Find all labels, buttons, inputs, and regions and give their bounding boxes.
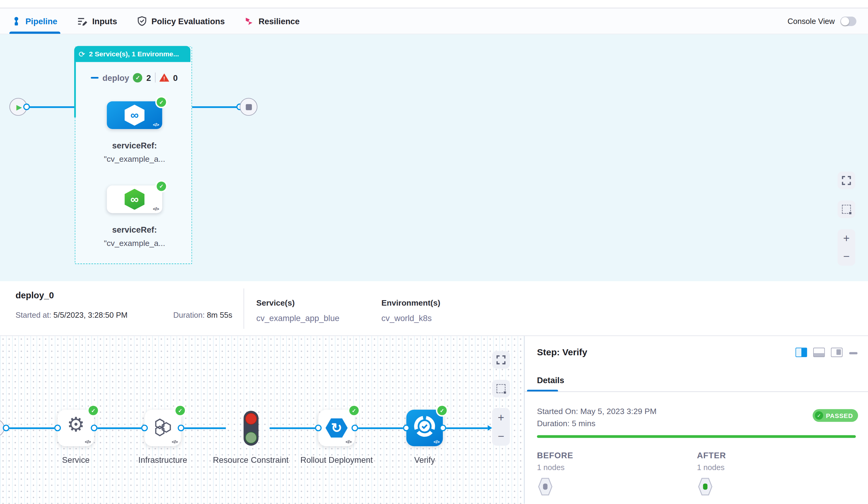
minimize-panel-button[interactable] [849, 352, 857, 354]
rollout-deployment-icon: ↻ [326, 418, 348, 438]
stage-name: deploy [102, 73, 129, 82]
step-graph-canvas[interactable]: ▶ ⚙ </> ✓ Service </> ✓ [0, 336, 525, 504]
tab-resilience-label: Resilience [259, 16, 300, 26]
tab-inputs[interactable]: Inputs [77, 8, 117, 34]
environments-value[interactable]: cv_world_k8s [381, 313, 432, 323]
meta-divider [244, 288, 244, 329]
fit-to-screen-button[interactable] [837, 172, 855, 189]
failed-count-icon: ! [159, 73, 169, 82]
started-at-label: Started at: [16, 310, 51, 319]
services-value[interactable]: cv_example_app_blue [256, 313, 339, 323]
zoom-controls: + − [837, 229, 855, 266]
service-node-1[interactable]: ∞ </> ✓ [107, 101, 162, 129]
execution-meta-bar: deploy_0 Started at: 5/5/2023, 3:28:50 P… [0, 281, 868, 336]
deploy-stage-group[interactable]: ⟳ 2 Service(s), 1 Environme... deploy ✓ … [75, 47, 192, 264]
console-view-toggle[interactable] [840, 16, 857, 26]
execution-name: deploy_0 [16, 291, 54, 301]
resilience-icon [245, 16, 254, 26]
console-view-control: Console View [787, 8, 868, 34]
step-duration-label: Duration: [537, 419, 570, 428]
after-node-count: 1 nodes [697, 463, 724, 472]
harness-service-icon: ∞ [124, 104, 144, 125]
after-label: AFTER [697, 451, 726, 460]
step-resource-constraint[interactable] [244, 411, 258, 445]
success-badge: ✓ [157, 182, 166, 191]
code-view-icon: </> [153, 122, 159, 127]
edge [97, 427, 141, 429]
started-at-line: Started at: 5/5/2023, 3:28:50 PM [16, 310, 127, 319]
console-view-label: Console View [787, 17, 835, 25]
duration-line: Duration: 8m 55s [173, 310, 232, 319]
zoom-in-button[interactable]: + [492, 408, 510, 427]
success-badge: ✓ [437, 406, 447, 415]
step-verify-label: Verify [383, 454, 466, 466]
step-service[interactable]: ⚙ </> ✓ [58, 410, 94, 446]
marquee-icon [497, 384, 506, 393]
shield-check-icon [137, 16, 146, 26]
port [3, 425, 9, 431]
marquee-select-button[interactable] [837, 200, 855, 218]
service-node-2[interactable]: ∞ </> ✓ [107, 185, 162, 213]
stage-graph-canvas[interactable]: ▶ ⟳ 2 Service(s), 1 Environme... deploy … [0, 34, 868, 281]
fit-to-screen-button[interactable] [492, 351, 510, 369]
edge [446, 427, 488, 429]
check-icon: ✓ [815, 411, 823, 420]
execution-detail-section: ▶ ⚙ </> ✓ Service </> ✓ [0, 336, 868, 504]
step-rollout-deployment[interactable]: ↻ </> ✓ [318, 410, 355, 446]
success-count: 2 [146, 73, 151, 82]
step-details-title: Step: Verify [537, 347, 587, 358]
step-infrastructure[interactable]: </> ✓ [144, 410, 181, 446]
expand-icon [841, 175, 851, 185]
zoom-out-button[interactable]: − [492, 427, 510, 445]
step-rollout-deployment-label: Rollout Deployment [295, 454, 378, 466]
success-badge: ✓ [349, 406, 359, 415]
after-node-hexagon[interactable] [698, 478, 713, 498]
tab-pipeline[interactable]: Pipeline [12, 8, 57, 34]
port [440, 425, 446, 431]
step-duration-line: Duration: 5 mins [537, 419, 596, 428]
layout-floating-view-button[interactable] [831, 348, 843, 357]
tab-details[interactable]: Details [537, 375, 564, 385]
step-infrastructure-label: Infrastructure [121, 454, 204, 466]
stage-services-badge-label: 2 Service(s), 1 Environme... [89, 50, 179, 58]
inputs-icon [77, 16, 87, 26]
stage-services-badge[interactable]: ⟳ 2 Service(s), 1 Environme... [74, 46, 190, 62]
port [315, 425, 322, 431]
failed-count: 0 [173, 73, 178, 82]
edge-arrowhead [488, 425, 492, 431]
execution-tab-bar: Pipeline Inputs Policy Evaluations Resil… [0, 8, 868, 34]
verify-icon [413, 415, 436, 438]
pipeline-execution-page: Pipeline Inputs Policy Evaluations Resil… [0, 0, 868, 504]
services-label: Service(s) [256, 298, 295, 307]
port [141, 425, 148, 431]
step-resource-constraint-label: Resource Constraint [209, 454, 292, 466]
tab-policy-evaluations[interactable]: Policy Evaluations [137, 8, 225, 34]
zoom-out-button[interactable]: − [837, 247, 855, 266]
layout-right-view-button[interactable] [796, 348, 807, 357]
service-ref-key: serviceRef: [79, 139, 190, 152]
before-node-count: 1 nodes [537, 463, 565, 472]
status-badge: ✓ PASSED [813, 409, 858, 422]
environments-label: Environment(s) [381, 298, 440, 307]
edge-start-to-stage [29, 106, 75, 107]
before-node-hexagon[interactable] [538, 478, 553, 498]
duration-value: 8m 55s [207, 310, 232, 319]
tab-inputs-label: Inputs [92, 16, 117, 26]
stage-left-accent [74, 62, 76, 117]
success-badge: ✓ [175, 406, 185, 415]
play-icon: ▶ [16, 103, 22, 111]
duration-label: Duration: [173, 310, 205, 319]
layout-bottom-view-button[interactable] [813, 348, 825, 357]
deploy-stage-summary-row: deploy ✓ 2 ! 0 [91, 72, 178, 82]
service-node-1-label: serviceRef: "cv_example_a... [79, 139, 190, 166]
step-started-label: Started On: [537, 407, 578, 415]
step-verify[interactable]: </> ✓ [406, 410, 443, 446]
tab-resilience[interactable]: Resilience [245, 8, 300, 34]
step-started-value: May 5, 2023 3:29 PM [580, 407, 657, 415]
success-count-icon: ✓ [133, 73, 142, 82]
started-at-value: 5/5/2023, 3:28:50 PM [53, 310, 127, 319]
marquee-select-button[interactable] [492, 380, 510, 398]
zoom-in-button[interactable]: + [837, 229, 855, 247]
tab-policy-evaluations-label: Policy Evaluations [152, 16, 225, 26]
collapse-stage-icon[interactable] [91, 76, 99, 78]
